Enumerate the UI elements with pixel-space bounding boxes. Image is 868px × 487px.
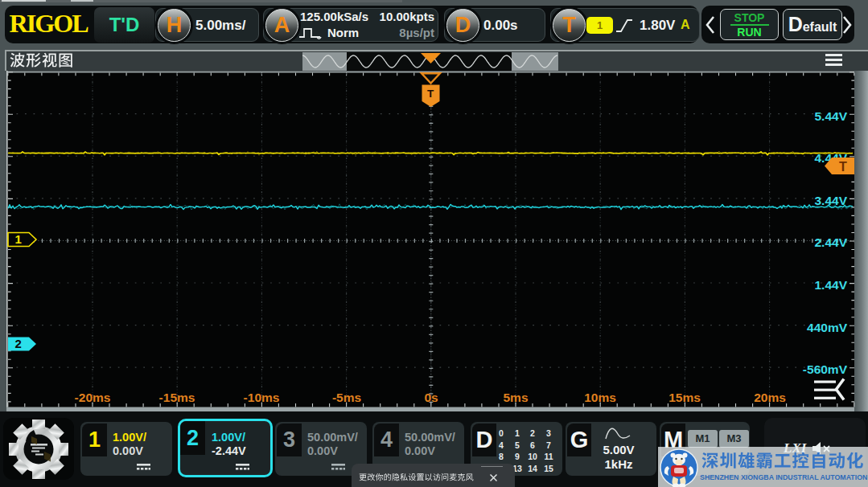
svg-text:3.44V: 3.44V	[814, 194, 847, 207]
svg-text:440mV: 440mV	[807, 321, 848, 334]
svg-text:20ms: 20ms	[754, 391, 786, 404]
svg-text:5.44V: 5.44V	[814, 109, 847, 123]
svg-text:15ms: 15ms	[668, 391, 701, 404]
svg-text:10ms: 10ms	[584, 391, 616, 404]
svg-text:2: 2	[15, 337, 22, 350]
svg-text:5ms: 5ms	[503, 391, 528, 404]
svg-text:-10ms: -10ms	[244, 391, 280, 404]
svg-text:-15ms: -15ms	[159, 391, 195, 404]
svg-text:T: T	[839, 160, 847, 174]
svg-text:0s: 0s	[424, 391, 438, 404]
svg-text:-560mV: -560mV	[803, 362, 848, 376]
svg-text:1: 1	[15, 232, 22, 246]
svg-text:2.44V: 2.44V	[814, 235, 847, 249]
svg-text:-20ms: -20ms	[75, 391, 111, 404]
svg-text:1.44V: 1.44V	[814, 278, 847, 292]
svg-text:T: T	[427, 88, 434, 100]
svg-text:-5ms: -5ms	[332, 391, 361, 404]
